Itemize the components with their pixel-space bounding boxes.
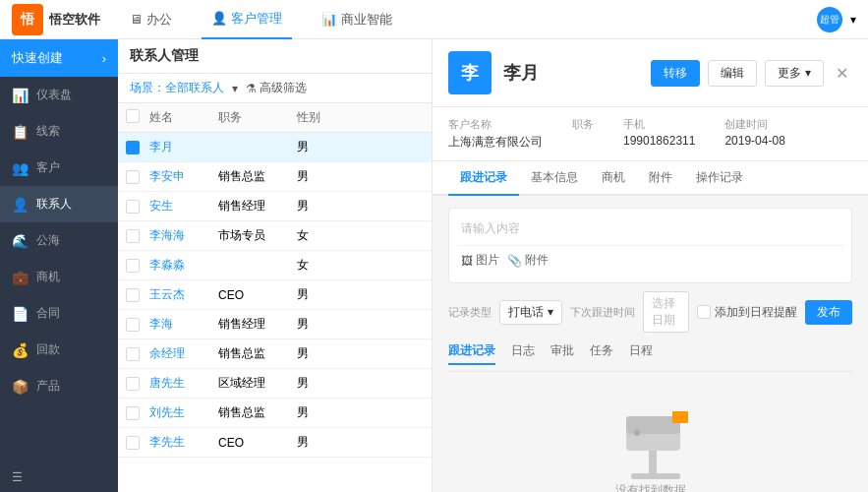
row-name[interactable]: 李海海 <box>149 227 218 244</box>
detail-tab-操作记录[interactable]: 操作记录 <box>684 161 755 196</box>
detail-tab-附件[interactable]: 附件 <box>637 161 684 196</box>
sidebar-item-deals[interactable]: 💼 商机 <box>0 259 118 295</box>
row-checkbox[interactable] <box>126 318 149 332</box>
advanced-filter-button[interactable]: ⚗ 高级筛选 <box>246 80 307 96</box>
empty-text: 没有找到数据 <box>615 482 686 492</box>
sidebar-item-products[interactable]: 📦 产品 <box>0 368 118 404</box>
row-name[interactable]: 王云杰 <box>149 286 218 303</box>
row-checkbox[interactable] <box>126 377 149 391</box>
record-tab-日程[interactable]: 日程 <box>629 342 653 365</box>
attachment-icon: 📎 <box>507 254 522 268</box>
detail-tab-跟进记录[interactable]: 跟进记录 <box>448 161 519 196</box>
row-name[interactable]: 唐先生 <box>149 375 218 392</box>
row-name[interactable]: 余经理 <box>149 345 218 362</box>
row-checkbox[interactable] <box>126 229 149 243</box>
image-icon: 🖼 <box>461 254 473 268</box>
table-row[interactable]: 李安申 销售总监 男 <box>118 162 432 192</box>
table-row[interactable]: 王云杰 CEO 男 <box>118 280 432 310</box>
refunds-icon: 💰 <box>12 342 29 358</box>
calendar-checkbox[interactable] <box>697 305 711 319</box>
input-placeholder[interactable]: 请输入内容 <box>457 216 843 241</box>
row-name[interactable]: 刘先生 <box>149 404 218 421</box>
table-row[interactable]: 李海 销售经理 男 <box>118 310 432 339</box>
sidebar-bottom-menu[interactable]: ☰ <box>0 462 118 492</box>
row-name[interactable]: 李月 <box>149 139 218 155</box>
contracts-icon: 📄 <box>12 306 29 322</box>
sidebar-item-dashboard[interactable]: 📊 仪表盘 <box>0 77 118 113</box>
sidebar: 快速创建 › 📊 仪表盘 📋 线索 👥 客户 👤 联系人 🌊 公海 💼 商机 � <box>0 39 118 492</box>
sidebar-item-contacts[interactable]: 👤 联系人 <box>0 186 118 222</box>
row-position: 销售总监 <box>218 345 297 362</box>
table-header: 姓名 职务 性别 <box>118 103 432 133</box>
sidebar-label-products: 产品 <box>36 378 60 395</box>
row-gender: 男 <box>297 375 346 392</box>
row-checkbox[interactable] <box>126 259 149 273</box>
header-checkbox[interactable] <box>126 109 149 126</box>
header-name: 姓名 <box>149 109 218 126</box>
row-checkbox[interactable] <box>126 141 149 154</box>
row-checkbox[interactable] <box>126 170 149 184</box>
record-tab-任务[interactable]: 任务 <box>590 342 613 365</box>
attachment-tool[interactable]: 📎 附件 <box>507 252 549 269</box>
meta-phone: 手机 19901862311 <box>623 117 695 151</box>
quick-create-button[interactable]: 快速创建 › <box>0 39 118 77</box>
table-row[interactable]: 李淼淼 女 <box>118 251 432 280</box>
meta-position-label: 职务 <box>572 117 594 132</box>
nav-bi[interactable]: 📊 商业智能 <box>312 0 402 39</box>
next-follow-date[interactable]: 选择日期 <box>643 291 689 333</box>
sidebar-item-customers[interactable]: 👥 客户 <box>0 150 118 186</box>
row-checkbox[interactable] <box>126 288 149 302</box>
detail-meta: 客户名称 上海满意有限公司 职务 手机 19901862311 创建时间 201… <box>433 107 868 161</box>
record-tab-审批[interactable]: 审批 <box>550 342 574 365</box>
image-tool[interactable]: 🖼 图片 <box>461 252 499 269</box>
detail-tab-基本信息[interactable]: 基本信息 <box>519 161 590 196</box>
row-name[interactable]: 李安申 <box>149 168 218 185</box>
close-button[interactable]: ✕ <box>832 60 852 87</box>
transfer-button[interactable]: 转移 <box>651 60 700 87</box>
nav-office[interactable]: 🖥 办公 <box>120 0 182 39</box>
table-row[interactable]: 李先生 CEO 男 <box>118 428 432 458</box>
row-checkbox[interactable] <box>126 406 149 420</box>
input-toolbar: 🖼 图片 📎 附件 <box>457 245 843 275</box>
detail-tab-商机[interactable]: 商机 <box>590 161 637 196</box>
row-name[interactable]: 李淼淼 <box>149 257 218 274</box>
nav-crm[interactable]: 👤 客户管理 <box>202 0 292 39</box>
record-tab-日志[interactable]: 日志 <box>511 342 535 365</box>
sidebar-item-ocean[interactable]: 🌊 公海 <box>0 222 118 259</box>
row-name[interactable]: 李先生 <box>149 434 218 451</box>
sidebar-item-refunds[interactable]: 💰 回款 <box>0 332 118 368</box>
row-checkbox[interactable] <box>126 200 149 214</box>
row-checkbox[interactable] <box>126 436 149 450</box>
meta-created-value: 2019-04-08 <box>724 134 784 148</box>
sidebar-item-contracts[interactable]: 📄 合同 <box>0 295 118 332</box>
detail-panel: 李 李月 转移 编辑 更多 ▾ ✕ 客户名称 上海满意有限公司 <box>433 39 868 492</box>
edit-button[interactable]: 编辑 <box>708 60 757 87</box>
publish-button[interactable]: 发布 <box>805 300 852 325</box>
svg-point-5 <box>634 430 640 436</box>
table-row[interactable]: 安生 销售经理 男 <box>118 192 432 221</box>
empty-icon <box>611 411 690 470</box>
calendar-reminder-checkbox[interactable]: 添加到日程提醒 <box>697 304 797 321</box>
table-row[interactable]: 李月 男 <box>118 133 432 162</box>
more-button[interactable]: 更多 ▾ <box>765 60 824 87</box>
row-name[interactable]: 李海 <box>149 316 218 333</box>
row-position: 销售经理 <box>218 316 297 333</box>
table-row[interactable]: 唐先生 区域经理 男 <box>118 369 432 399</box>
sidebar-label-contracts: 合同 <box>36 305 60 322</box>
table-row[interactable]: 李海海 市场专员 女 <box>118 221 432 251</box>
table-row[interactable]: 余经理 销售总监 男 <box>118 339 432 369</box>
record-type-select[interactable]: 打电话 ▾ <box>499 300 562 325</box>
row-checkbox[interactable] <box>126 347 149 361</box>
dropdown-icon: ▾ <box>850 13 856 27</box>
record-tab-跟进记录[interactable]: 跟进记录 <box>448 342 495 365</box>
crm-icon: 👤 <box>211 11 227 26</box>
table-row[interactable]: 刘先生 销售总监 男 <box>118 399 432 428</box>
content-area: 联系人管理 场景：全部联系人 ▾ ⚗ 高级筛选 姓名 职务 性别 李月 男 李安… <box>118 39 868 492</box>
user-avatar[interactable]: 超管 <box>817 7 842 32</box>
row-gender: 男 <box>297 404 346 421</box>
logo-icon: 悟 <box>12 4 43 35</box>
sidebar-item-leads[interactable]: 📋 线索 <box>0 113 118 150</box>
leads-icon: 📋 <box>12 124 29 140</box>
row-gender: 男 <box>297 139 346 155</box>
row-name[interactable]: 安生 <box>149 198 218 215</box>
